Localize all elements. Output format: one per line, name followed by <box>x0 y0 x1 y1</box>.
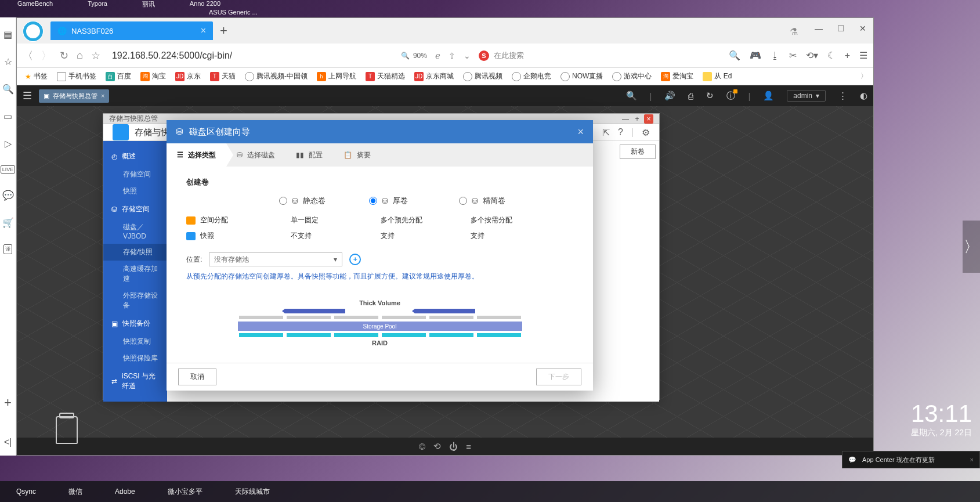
cancel-button[interactable]: 取消 <box>178 369 216 385</box>
bookmark-item[interactable]: JD京东 <box>173 71 203 81</box>
rail-live-icon[interactable]: LIVE <box>1 165 16 174</box>
taskbar-item[interactable]: 微小宝多平 <box>168 487 202 497</box>
new-volume-button[interactable]: 新卷 <box>620 145 656 159</box>
sidebar-item-overview[interactable]: ◴概述 <box>103 147 167 166</box>
bookmark-item[interactable]: 从 Ed <box>700 71 734 81</box>
rail-chat-icon[interactable]: 💬 <box>2 190 14 201</box>
desktop-trash-icon[interactable] <box>56 416 78 444</box>
dock-power-icon[interactable]: ⏻ <box>449 442 458 452</box>
qts-dashboard-icon[interactable]: ◐ <box>860 91 867 101</box>
menu-hamburger-icon[interactable]: ☰ <box>859 50 867 61</box>
bookmark-item[interactable]: 游戏中心 <box>610 71 654 81</box>
sidebar-item-snap-vault[interactable]: 快照保险库 <box>103 350 167 367</box>
omnibox-search[interactable]: S 在此搜索 <box>479 50 595 61</box>
sidebar-item-iscsi[interactable]: ⇄iSCSI 与光纤道 <box>103 367 167 396</box>
bookmark-item[interactable]: h上网导航 <box>314 71 359 81</box>
rail-translate-icon[interactable]: 译 <box>3 244 12 254</box>
download-icon[interactable]: ⭳ <box>771 50 780 61</box>
qts-devices-icon[interactable]: ⎙ <box>688 91 693 101</box>
wizard-close-icon[interactable]: × <box>577 126 584 138</box>
sidebar-item-storage[interactable]: ⛁存储空间 <box>103 200 167 219</box>
wizard-step-type[interactable]: ☰选择类型 <box>167 143 226 167</box>
taskbar-item[interactable]: 天际线城市 <box>235 487 270 497</box>
window-close-icon[interactable]: ✕ <box>858 24 867 33</box>
tab-close-icon[interactable]: × <box>201 26 206 36</box>
share-dropdown-icon[interactable]: ⌄ <box>464 51 471 60</box>
sm-settings-icon[interactable]: ⚙ <box>642 127 650 138</box>
bookmark-item[interactable]: 淘淘宝 <box>138 71 168 81</box>
sidebar-item-snap-replica[interactable]: 快照复制 <box>103 333 167 350</box>
qts-info-icon[interactable]: ⓘ <box>726 91 735 102</box>
qts-menu-icon[interactable]: ☰ <box>23 89 32 102</box>
rail-video-icon[interactable]: ▷ <box>5 138 12 149</box>
dock-drawer-icon[interactable]: ≡ <box>466 442 471 452</box>
rail-cart-icon[interactable]: 🛒 <box>2 217 14 228</box>
wizard-step-disks[interactable]: ⛁选择磁盘 <box>226 143 285 167</box>
bookmark-item[interactable]: 腾讯视频-中国领 <box>243 71 310 81</box>
desktop-next-arrow[interactable]: 〉 <box>963 221 980 273</box>
qts-volume-icon[interactable]: 🔊 <box>664 91 675 101</box>
sidebar-item-snapbackup[interactable]: ▣快照备份 <box>103 314 167 333</box>
qts-more-icon[interactable]: ⋮ <box>838 91 847 101</box>
sidebar-item-external[interactable]: 外部存储设备 <box>103 287 167 314</box>
nav-reload-icon[interactable]: ↻ <box>60 49 68 62</box>
location-select[interactable]: 没有存储池 ▾ <box>209 252 342 266</box>
add-pool-button[interactable]: + <box>349 254 361 265</box>
bookmarks-overflow-icon[interactable]: 〉 <box>860 71 867 81</box>
rail-add-icon[interactable]: + <box>4 395 12 410</box>
next-button[interactable]: 下一步 <box>536 369 581 385</box>
qts-tab-close-icon[interactable]: × <box>101 92 104 99</box>
notification-close-icon[interactable]: × <box>970 456 974 463</box>
taskbar-item[interactable]: 微信 <box>68 487 82 497</box>
bookmark-item[interactable]: ★书签 <box>23 71 50 81</box>
appcenter-notification[interactable]: 💬 App Center 现在在有更新 × <box>842 451 980 468</box>
qts-user-icon[interactable]: 👤 <box>763 91 774 101</box>
url-input[interactable]: 192.168.50.224:5000/cgi-bin/ <box>109 50 393 61</box>
bookmark-item[interactable]: T天猫精选 <box>363 71 407 81</box>
sm-help-icon[interactable]: ? <box>618 127 623 138</box>
sidebar-item-cache[interactable]: 高速缓存加速 <box>103 261 167 287</box>
sm-minimize-icon[interactable]: — <box>621 114 630 124</box>
rail-news-icon[interactable]: ▤ <box>3 29 12 40</box>
bookmark-item[interactable]: 企鹅电竞 <box>509 71 554 81</box>
radio-thin-volume[interactable]: ⛁精简卷 <box>459 196 549 206</box>
qts-search-icon[interactable]: 🔍 <box>626 91 637 101</box>
sidebar-item-storage-snapshot[interactable]: 存储/快照 <box>103 244 167 261</box>
search-trigger-icon[interactable]: 🔍 <box>729 50 740 61</box>
wizard-titlebar[interactable]: ⛁ 磁盘区创建向导 × <box>167 120 593 143</box>
bookmark-item[interactable]: 腾讯视频 <box>461 71 505 81</box>
sm-maximize-icon[interactable]: + <box>632 114 642 124</box>
taskbar-item[interactable]: Qsync <box>16 487 36 496</box>
sidebar-item-snapshot[interactable]: 快照 <box>103 183 167 200</box>
rail-book-icon[interactable]: ▭ <box>3 111 12 122</box>
window-maximize-icon[interactable]: ☐ <box>836 24 845 33</box>
zoom-indicator[interactable]: 🔍 90% <box>401 52 427 60</box>
bookmark-item[interactable]: 手机书签 <box>55 71 99 81</box>
dock-recycle-icon[interactable]: ⟲ <box>433 441 441 452</box>
gamepad-icon[interactable]: 🎮 <box>750 50 761 61</box>
browser-tab-active[interactable]: 🌐 NAS3BF026 × <box>50 21 213 40</box>
sidebar-item-disks[interactable]: 磁盘／VJBOD <box>103 219 167 244</box>
browser-logo-icon[interactable] <box>23 21 44 42</box>
radio-static-volume[interactable]: ⛁静态卷 <box>279 196 369 206</box>
new-tab-button[interactable]: + <box>220 23 227 38</box>
radio-thick-volume[interactable]: ⛁厚卷 <box>369 196 459 206</box>
dock-copyright-icon[interactable]: © <box>419 442 425 452</box>
nav-home-icon[interactable]: ⌂ <box>77 49 83 62</box>
fav-star-icon[interactable]: ☆ <box>91 49 100 62</box>
rail-collapse-icon[interactable]: <| <box>4 437 12 447</box>
extensions-add-icon[interactable]: + <box>845 50 850 61</box>
bookmark-item[interactable]: NOW直播 <box>558 71 605 81</box>
wizard-step-summary[interactable]: 📋摘要 <box>333 143 381 167</box>
rail-search-icon[interactable]: 🔍 <box>2 84 14 95</box>
qts-refresh-icon[interactable]: ↻ <box>706 91 714 101</box>
sidebar-item-storage-space[interactable]: 存储空间 <box>103 166 167 183</box>
scissors-icon[interactable]: ✂ <box>789 50 797 61</box>
lab-flask-icon[interactable]: ⚗ <box>790 26 798 37</box>
sm-external-icon[interactable]: ⇱ <box>602 127 610 138</box>
wizard-step-config[interactable]: ▮▮配置 <box>285 143 333 167</box>
share-icon[interactable]: ⇪ <box>449 51 455 60</box>
moon-icon[interactable]: ☾ <box>827 50 836 61</box>
qts-app-tab[interactable]: ▣ 存储与快照总管 × <box>39 89 109 103</box>
e-mode-icon[interactable]: ℯ <box>435 50 440 61</box>
